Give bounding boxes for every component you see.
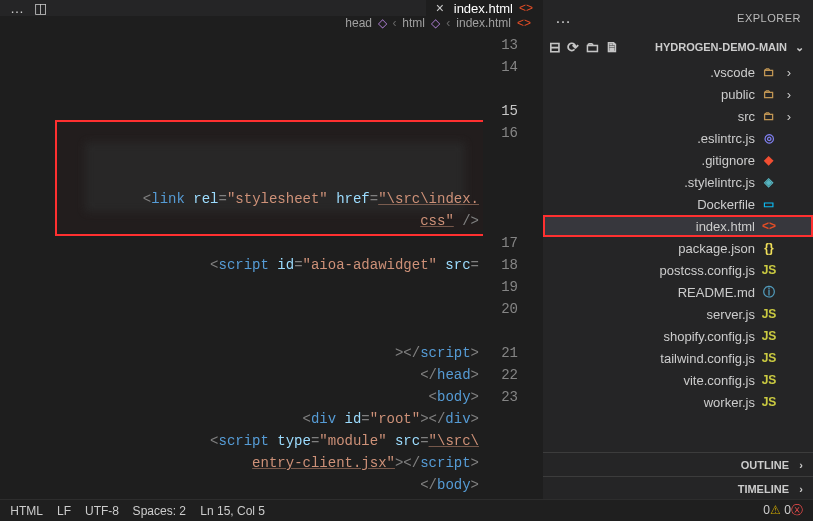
code-line[interactable]: css" /> [30, 210, 479, 232]
chevron-right-icon: › [783, 65, 795, 80]
tab-label: index.html [454, 1, 513, 16]
style-icon: ◈ [761, 174, 777, 190]
code-line[interactable] [30, 232, 479, 254]
tree-item-label: .gitignore [702, 153, 755, 168]
tree-file-tailwind-config-js[interactable]: JStailwind.config.js [543, 347, 813, 369]
tree-file-package-json[interactable]: {}package.json [543, 237, 813, 259]
outline-section[interactable]: › OUTLINE [543, 452, 813, 476]
tree-file-dockerfile[interactable]: ▭Dockerfile [543, 193, 813, 215]
breadcrumb-html[interactable]: html [403, 16, 426, 30]
js-icon: JS [761, 350, 777, 366]
tree-item-label: vite.config.js [683, 373, 755, 388]
refresh-icon[interactable]: ⟳ [567, 39, 579, 55]
line-number: 15 [501, 100, 543, 122]
minimap[interactable] [0, 30, 30, 521]
code-line[interactable]: ></script> [30, 342, 479, 364]
line-number: 21 [501, 342, 543, 364]
tree-file-worker-js[interactable]: JSworker.js [543, 391, 813, 413]
tree-item-label: Dockerfile [697, 197, 755, 212]
chevron-right-icon: › [795, 459, 807, 471]
tree-folder-public[interactable]: ›🗀public [543, 83, 813, 105]
tab-bar: <> index.html × ◫ … [0, 0, 543, 16]
close-icon[interactable]: × [436, 0, 444, 16]
code-line[interactable]: </body> [30, 474, 479, 496]
indentation[interactable]: Spaces: 2 [133, 504, 186, 518]
code-line[interactable]: <div id="root"></div> [30, 408, 479, 430]
cursor-position[interactable]: Ln 15, Col 5 [200, 504, 265, 518]
chevron-right-icon: › [393, 16, 397, 30]
chevron-down-icon: ⌄ [793, 41, 807, 54]
tree-file--gitignore[interactable]: ◆.gitignore [543, 149, 813, 171]
tree-file-vite-config-js[interactable]: JSvite.config.js [543, 369, 813, 391]
eol[interactable]: LF [57, 504, 71, 518]
encoding[interactable]: UTF-8 [85, 504, 119, 518]
code-line[interactable] [30, 276, 479, 298]
html-icon: <> [519, 1, 533, 15]
tab-actions: ◫ … [0, 0, 425, 16]
tree-item-label: shopify.config.js [663, 329, 755, 344]
language-mode[interactable]: HTML [10, 504, 43, 518]
js-icon: JS [761, 394, 777, 410]
tree-file--stylelintrc-js[interactable]: ◈.stylelintrc.js [543, 171, 813, 193]
git-icon: ◆ [761, 152, 777, 168]
code-line[interactable] [30, 298, 479, 320]
chevron-right-icon: › [783, 109, 795, 124]
line-number [501, 166, 543, 188]
tree-file-server-js[interactable]: JSserver.js [543, 303, 813, 325]
tree-item-label: server.js [707, 307, 755, 322]
breadcrumb[interactable]: <> index.html › ◇ html › ◇ head [0, 16, 543, 30]
line-number [501, 188, 543, 210]
chevron-right-icon: › [795, 483, 807, 495]
md-icon: ⓘ [761, 284, 777, 300]
folder-icon: 🗀 [761, 108, 777, 124]
tree-file-readme-md[interactable]: ⓘREADME.md [543, 281, 813, 303]
line-number: 23 [501, 386, 543, 408]
more-actions-icon[interactable]: … [10, 0, 24, 16]
js-icon: JS [761, 328, 777, 344]
editor-panel: <> index.html × ◫ … <> index.html › ◇ ht… [0, 0, 543, 500]
code-line[interactable]: <script id="aioa-adawidget" src= [30, 254, 479, 276]
project-row[interactable]: ⌄ HYDROGEN-DEMO-MAIN 🗎 🗀 ⟳ ⊟ [543, 35, 813, 59]
explorer-sidebar: EXPLORER … ⌄ HYDROGEN-DEMO-MAIN 🗎 🗀 ⟳ ⊟ … [543, 0, 813, 500]
breadcrumb-file[interactable]: index.html [456, 16, 511, 30]
tab-index-html[interactable]: <> index.html × [425, 0, 543, 16]
symbol-icon: ◇ [378, 16, 387, 30]
code-line[interactable]: entry-client.jsx"></script> [30, 452, 479, 474]
tree-file-index-html[interactable]: <>index.html [543, 215, 813, 237]
new-folder-icon[interactable]: 🗀 [585, 39, 599, 55]
status-bar: ⓧ0 ⚠0 Ln 15, Col 5 Spaces: 2 UTF-8 LF HT… [0, 499, 813, 521]
problems-indicator[interactable]: ⓧ0 ⚠0 [763, 502, 803, 519]
html-icon: <> [761, 218, 777, 234]
code-line[interactable]: <script type="module" src="\src\ [30, 430, 479, 452]
collapse-all-icon[interactable]: ⊟ [549, 39, 561, 55]
tree-item-label: public [721, 87, 755, 102]
js-icon: JS [761, 262, 777, 278]
tree-item-label: .stylelintrc.js [684, 175, 755, 190]
code-line[interactable]: </head> [30, 364, 479, 386]
breadcrumb-head[interactable]: head [345, 16, 372, 30]
timeline-label: TIMELINE [738, 483, 789, 495]
explorer-more-icon[interactable]: … [555, 9, 573, 27]
code-content[interactable]: <link rel="stylesheet" href="\src\index.… [30, 30, 483, 521]
tree-file--eslintrc-js[interactable]: ◎.eslintrc.js [543, 127, 813, 149]
project-name: HYDROGEN-DEMO-MAIN [655, 41, 787, 53]
eslint-icon: ◎ [761, 130, 777, 146]
line-number: 19 [501, 276, 543, 298]
split-editor-icon[interactable]: ◫ [34, 0, 47, 16]
code-area[interactable]: 1314151617181920212223 <link rel="styles… [0, 30, 543, 521]
tree-file-shopify-config-js[interactable]: JSshopify.config.js [543, 325, 813, 347]
symbol-icon: ◇ [431, 16, 440, 30]
code-line[interactable]: <body> [30, 386, 479, 408]
tree-folder-src[interactable]: ›🗀src [543, 105, 813, 127]
new-file-icon[interactable]: 🗎 [605, 39, 619, 55]
line-number: 22 [501, 364, 543, 386]
timeline-section[interactable]: › TIMELINE [543, 476, 813, 500]
tree-file-postcss-config-js[interactable]: JSpostcss.config.js [543, 259, 813, 281]
code-line[interactable] [30, 320, 479, 342]
json-icon: {} [761, 240, 777, 256]
chevron-right-icon: › [446, 16, 450, 30]
line-number [501, 144, 543, 166]
tree-item-label: package.json [678, 241, 755, 256]
folder-icon: 🗀 [761, 64, 777, 80]
tree-folder--vscode[interactable]: ›🗀.vscode [543, 61, 813, 83]
